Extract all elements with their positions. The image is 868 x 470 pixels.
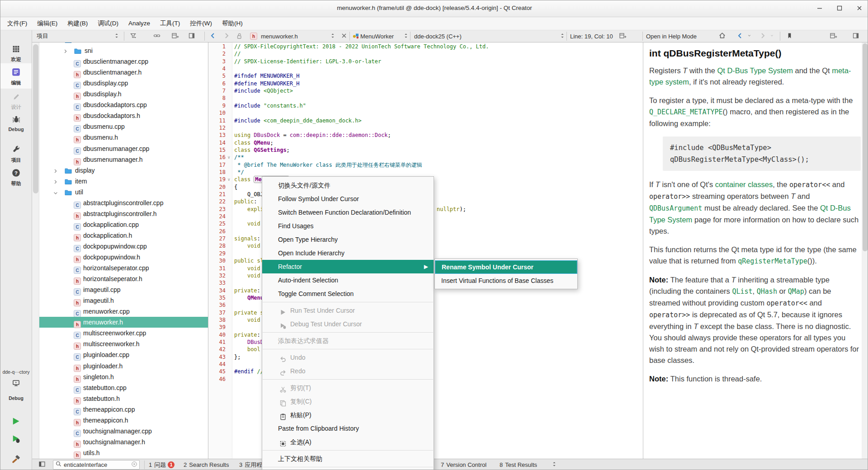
context-menu-item-6[interactable]: Refactor▶ [262, 260, 434, 273]
output-pane-Search Results[interactable]: 2Search Results [184, 459, 229, 470]
close-document-button[interactable] [340, 30, 348, 42]
tree-item-pluginloader.h[interactable]: hpluginloader.h [39, 361, 208, 371]
chevron-right-icon[interactable] [53, 177, 58, 188]
help-link[interactable]: Qt D-Bus Type System [717, 66, 793, 75]
help-link[interactable]: QHash [757, 287, 777, 296]
tree-item-statebutton.cpp[interactable]: Cstatebutton.cpp [39, 382, 208, 393]
context-menu-item-4[interactable]: Open Type Hierarchy [262, 233, 434, 246]
context-menu-item-5[interactable]: Open Include Hierarchy [262, 246, 434, 260]
title-bar[interactable]: menuworker.h (frame/util @ dde-dock) [re… [0, 0, 868, 17]
tree-item-multiscreenworker.h[interactable]: hmultiscreenworker.h [39, 338, 208, 349]
symbol-combo[interactable]: MenuWorker [360, 30, 394, 42]
tree-item-dbusclientmanager.h[interactable]: hdbusclientmanager.h [39, 67, 208, 78]
output-pane-问题[interactable]: 1问题1 [149, 459, 175, 470]
context-menu-item-0[interactable]: 切换头文件/源文件 [262, 179, 434, 192]
tree-item-touchsignalmanager.cpp[interactable]: Ctouchsignalmanager.cpp [39, 426, 208, 437]
context-menu-item-2[interactable]: Switch Between Function Declaration/Defi… [262, 206, 434, 219]
menubar-item-4[interactable]: Analyze [123, 17, 155, 30]
tree-item-dockapplication.cpp[interactable]: Cdockapplication.cpp [39, 219, 208, 230]
code-line-17[interactable]: * @brief The MenuWorker class 此类用于处理任务栏右… [234, 161, 422, 169]
sidebar-mode-帮助[interactable]: ?帮助 [0, 169, 32, 187]
sidebar-mode-项目[interactable]: 项目 [0, 146, 32, 164]
tree-item-dbusmenumanager.h[interactable]: hdbusmenumanager.h [39, 154, 208, 165]
code-line-15[interactable]: class QGSettings; [234, 146, 290, 154]
code-line-43[interactable]: }; [234, 353, 241, 361]
tree-scrollbar-thumb[interactable] [33, 44, 38, 193]
kit-monitor-icon[interactable] [12, 379, 20, 389]
nav-back-button[interactable] [209, 30, 217, 42]
code-line-9[interactable]: #include "constants.h" [234, 102, 306, 109]
tree-item-display[interactable]: display [39, 165, 208, 176]
submenu-item-0[interactable]: Rename Symbol Under Cursor [435, 260, 577, 274]
tree-item-dockapplication.h[interactable]: hdockapplication.h [39, 230, 208, 241]
code-line-22[interactable]: public: [234, 198, 257, 205]
help-link[interactable]: QList [732, 287, 752, 296]
fold-marker-icon[interactable]: ∨ [227, 176, 231, 183]
kit-combo-arrows[interactable] [559, 30, 566, 42]
chevron-right-icon[interactable] [53, 166, 58, 177]
tree-item-dbusdisplay.h[interactable]: hdbusdisplay.h [39, 89, 208, 99]
help-link[interactable]: container classes [715, 180, 773, 188]
tree-item-dbusdockadaptors.cpp[interactable]: Cdbusdockadaptors.cpp [39, 99, 208, 110]
build-button[interactable] [11, 455, 20, 466]
filter-icon[interactable] [129, 30, 137, 42]
sidebar-mode-debug[interactable]: Debug [0, 115, 32, 132]
home-icon[interactable] [718, 30, 726, 42]
code-line-3[interactable]: // SPDX-License-Identifier: LGPL-3.0-or-… [234, 58, 381, 65]
submenu-item-1[interactable]: Insert Virtual Functions of Base Classes [435, 274, 577, 287]
link-with-editor-icon[interactable] [153, 30, 160, 42]
help-link[interactable]: QDBusArgument [649, 204, 702, 212]
open-file-tab[interactable]: menuworker.h [261, 30, 298, 42]
close-panel-icon[interactable] [188, 30, 195, 42]
help-link[interactable]: Q_DECLARE_METATYPE [649, 108, 723, 116]
tree-item-themeappicon.cpp[interactable]: Cthemeappicon.cpp [39, 404, 208, 415]
help-scrollbar-thumb[interactable] [863, 43, 868, 251]
tree-item-touchsignalmanager.h[interactable]: htouchsignalmanager.h [39, 437, 208, 447]
code-line-1[interactable]: // SPDX-FileCopyrightText: 2018 - 2022 U… [234, 43, 489, 50]
bookmark-icon[interactable] [786, 30, 793, 42]
context-menu-item-7[interactable]: Auto-indent Selection [262, 273, 434, 287]
locator-input[interactable]: enticateInterface [53, 460, 140, 470]
context-menu-item-1[interactable]: Follow Symbol Under Cursor [262, 192, 434, 206]
menubar-item-7[interactable]: 帮助(H) [217, 17, 248, 30]
code-line-40[interactable]: private: [234, 331, 260, 338]
tree-item-dbusdisplay.cpp[interactable]: Cdbusdisplay.cpp [39, 78, 208, 89]
tree-item-imageutil.cpp[interactable]: Cimageutil.cpp [39, 284, 208, 295]
menubar-item-3[interactable]: 调试(D) [93, 17, 123, 30]
split-editor-icon[interactable] [619, 30, 627, 42]
help-link[interactable]: qRegisterMetaType [738, 257, 807, 265]
code-line-2[interactable]: // [234, 50, 241, 57]
help-close-panel-icon[interactable] [852, 30, 859, 42]
chevron-down-icon[interactable] [50, 190, 61, 195]
tree-item-utils.h[interactable]: hutils.h [39, 447, 208, 458]
tree-item-dockpopupwindow.cpp[interactable]: Cdockpopupwindow.cpp [39, 241, 208, 252]
tree-item-abstractpluginscontroller.h[interactable]: habstractpluginscontroller.h [39, 208, 208, 219]
symbol-combo-arrows[interactable] [403, 30, 409, 42]
code-line-13[interactable]: using DBusDock = com::deepin::dde::daemo… [234, 132, 391, 139]
open-in-help-mode-button[interactable]: Open in Help Mode [646, 30, 697, 42]
tree-item-menuworker.h[interactable]: hmenuworker.h [39, 317, 208, 328]
code-line-6[interactable]: #define MENUWORKER_H [234, 80, 300, 87]
sidebar-mode-设计[interactable]: 设计 [0, 93, 32, 111]
code-line-11[interactable]: #include <com_deepin_dde_daemon_dock.h> [234, 117, 362, 124]
minimize-button[interactable] [812, 3, 827, 15]
sidebar-mode-欢迎[interactable]: 欢迎 [0, 45, 32, 63]
run-button[interactable] [11, 417, 20, 428]
help-forward-dropdown-icon[interactable] [770, 30, 775, 42]
menubar-item-5[interactable]: 工具(T) [155, 17, 185, 30]
close-button[interactable] [852, 3, 867, 15]
context-menu-item-18[interactable]: 全选(A) [262, 435, 434, 449]
tree-item-horizontalseperator.cpp[interactable]: Chorizontalseperator.cpp [39, 263, 208, 273]
tree-item-util[interactable]: util [39, 187, 208, 197]
fold-marker-icon[interactable]: ∨ [227, 154, 231, 161]
clear-icon[interactable] [131, 461, 137, 469]
tree-item-singleton.h[interactable]: hsingleton.h [39, 371, 208, 382]
code-line-18[interactable]: */ [234, 169, 244, 176]
menubar-item-0[interactable]: 文件(F) [2, 17, 32, 30]
tree-item-dbusdockadaptors.h[interactable]: hdbusdockadaptors.h [39, 110, 208, 121]
maximize-button[interactable] [832, 3, 847, 15]
tree-item-statebutton.h[interactable]: hstatebutton.h [39, 393, 208, 404]
code-line-20[interactable]: { [234, 183, 237, 191]
tree-item-sni[interactable]: sni [39, 45, 208, 56]
tree-item-menuworker.cpp[interactable]: Cmenuworker.cpp [39, 306, 208, 317]
